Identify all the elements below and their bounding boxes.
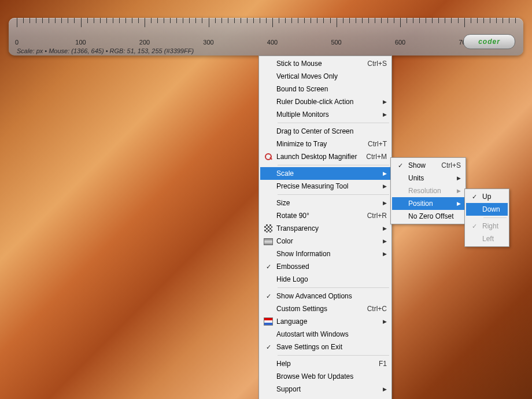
menu-separator: [278, 355, 389, 356]
menu-item-gutter: [260, 125, 276, 138]
menu-item-label: Hide Logo: [276, 275, 390, 283]
menu-item-rotate-90[interactable]: Rotate 90°Ctrl+R: [260, 209, 390, 222]
menu-item-save-settings-on-exit[interactable]: ✓Save Settings on Exit: [260, 341, 390, 353]
menu-item-embossed[interactable]: ✓Embossed: [260, 260, 390, 273]
menu-separator: [278, 194, 389, 195]
menu-item-label: Transparency: [276, 224, 381, 232]
menu-item-label: Bound to Screen: [276, 85, 390, 93]
checkmark-icon: ✓: [466, 190, 482, 203]
menu-item-label: Ruler Double-click Action: [276, 98, 381, 106]
menu-item-gutter: [260, 370, 276, 383]
menu-item-position[interactable]: Position▶: [392, 197, 464, 210]
menu-separator: [278, 165, 389, 165]
menu-item-label: Custom Settings: [276, 305, 367, 313]
menu-item-show-advanced-options[interactable]: ✓Show Advanced Options: [260, 290, 390, 302]
menu-item-drag-to-center-of-screen[interactable]: Drag to Center of Screen: [260, 125, 390, 138]
menu-item-label: Embossed: [276, 263, 390, 271]
menu-item-label: Rotate 90°: [276, 212, 367, 220]
menu-item-gutter: [260, 180, 276, 193]
menu-item-label: Position: [408, 200, 455, 208]
menu-item-ruler-double-click-action[interactable]: Ruler Double-click Action▶: [260, 95, 390, 108]
menu-item-label: Stick to Mouse: [276, 60, 367, 68]
menu-item-icon: [260, 315, 276, 328]
menu-item-show-information[interactable]: Show Information▶: [260, 247, 390, 260]
ruler-bar[interactable]: 0100200300400500600700 Scale: px • Mouse…: [9, 18, 523, 56]
menu-item-gutter: [260, 108, 276, 121]
menu-item-label: Drag to Center of Screen: [276, 127, 390, 135]
ruler-tick-label: 600: [395, 39, 405, 46]
menu-item-gutter: [260, 328, 276, 341]
menu-item-multiple-monitors[interactable]: Multiple Monitors▶: [260, 108, 390, 121]
menu-item-full-version[interactable]: Full Version▶: [260, 396, 390, 399]
menu-item-precise-measuring-tool[interactable]: Precise Measuring Tool▶: [260, 180, 390, 193]
menu-item-gutter: [260, 167, 276, 180]
menu-item-label: Down: [482, 205, 508, 213]
submenu-arrow-icon: ▶: [381, 112, 390, 117]
menu-item-browse-web-for-updates[interactable]: Browse Web for Updates: [260, 370, 390, 383]
menu-item-no-zero-offset[interactable]: No Zero Offset: [392, 210, 464, 223]
ruler-tick-label: 0: [15, 39, 19, 46]
menu-separator: [278, 287, 389, 288]
menu-item-icon: [260, 222, 276, 235]
menu-item-stick-to-mouse[interactable]: Stick to MouseCtrl+S: [260, 57, 390, 70]
menu-item-transparency[interactable]: Transparency▶: [260, 222, 390, 235]
menu-item-label: Units: [408, 174, 455, 182]
coder-logo: coder: [463, 34, 515, 49]
menu-item-hide-logo[interactable]: Hide Logo: [260, 273, 390, 286]
menu-item-scale[interactable]: Scale▶: [260, 167, 390, 180]
ruler-tick-label: 300: [203, 39, 213, 46]
menu-item-gutter: [260, 247, 276, 260]
menu-item-help[interactable]: HelpF1: [260, 357, 390, 370]
menu-item-shortcut: Ctrl+S: [441, 161, 464, 169]
menu-item-label: Left: [482, 235, 508, 243]
menu-item-gutter: [260, 83, 276, 95]
menu-item-shortcut: Ctrl+S: [367, 60, 390, 68]
menu-item-icon: [260, 150, 276, 163]
menu-item-gutter: [260, 95, 276, 108]
menu-item-gutter: [260, 302, 276, 315]
submenu-arrow-icon: ▶: [455, 201, 464, 206]
menu-item-label: Browse Web for Updates: [276, 372, 390, 380]
menu-item-bound-to-screen[interactable]: Bound to Screen: [260, 83, 390, 95]
menu-item-size[interactable]: Size▶: [260, 197, 390, 209]
lang-icon: [264, 317, 273, 326]
menu-item-label: Show Information: [276, 250, 381, 258]
menu-item-launch-desktop-magnifier[interactable]: Launch Desktop MagnifierCtrl+M: [260, 150, 390, 163]
menu-item-units[interactable]: Units▶: [392, 172, 464, 184]
submenu-arrow-icon: ▶: [381, 319, 390, 324]
menu-item-shortcut: Ctrl+T: [368, 140, 390, 148]
menu-item-label: Multiple Monitors: [276, 110, 381, 119]
menu-separator: [483, 217, 507, 218]
checkmark-icon: ✓: [260, 290, 276, 302]
menu-item-gutter: [392, 184, 408, 197]
menu-item-support[interactable]: Support▶: [260, 383, 390, 396]
menu-item-vertical-moves-only[interactable]: Vertical Moves Only: [260, 70, 390, 83]
menu-item-gutter: [392, 210, 408, 223]
menu-item-gutter: [392, 172, 408, 184]
menu-item-language[interactable]: Language▶: [260, 315, 390, 328]
submenu-arrow-icon: ▶: [381, 99, 390, 105]
color-icon: [264, 238, 273, 245]
context-menu-main[interactable]: Stick to MouseCtrl+SVertical Moves OnlyB…: [258, 56, 392, 399]
menu-item-custom-settings[interactable]: Custom SettingsCtrl+C: [260, 302, 390, 315]
menu-item-label: Show: [408, 161, 441, 169]
menu-item-label: Language: [276, 317, 381, 326]
ruler-tick-label: 200: [139, 39, 150, 46]
context-menu-position[interactable]: ✓UpDown✓RightLeft: [464, 189, 509, 247]
context-menu-scale[interactable]: ✓ShowCtrl+SUnits▶Resolution▶Position▶No …: [390, 157, 466, 224]
menu-item-label: Vertical Moves Only: [276, 72, 390, 80]
menu-item-shortcut: Ctrl+M: [366, 153, 390, 161]
menu-item-color[interactable]: Color▶: [260, 235, 390, 247]
checkmark-icon: ✓: [260, 260, 276, 273]
menu-item-up[interactable]: ✓Up: [466, 190, 508, 203]
menu-item-gutter: [260, 57, 276, 70]
menu-item-autostart-with-windows[interactable]: Autostart with Windows: [260, 328, 390, 341]
menu-item-minimize-to-tray[interactable]: Minimize to TrayCtrl+T: [260, 138, 390, 150]
menu-item-show[interactable]: ✓ShowCtrl+S: [392, 159, 464, 172]
menu-item-down[interactable]: Down: [466, 203, 508, 216]
checkmark-icon: ✓: [466, 220, 482, 232]
checkmark-icon: ✓: [392, 159, 408, 172]
ruler-ticks: [17, 18, 515, 27]
transparency-icon: [264, 224, 272, 232]
menu-item-left: Left: [466, 232, 508, 245]
